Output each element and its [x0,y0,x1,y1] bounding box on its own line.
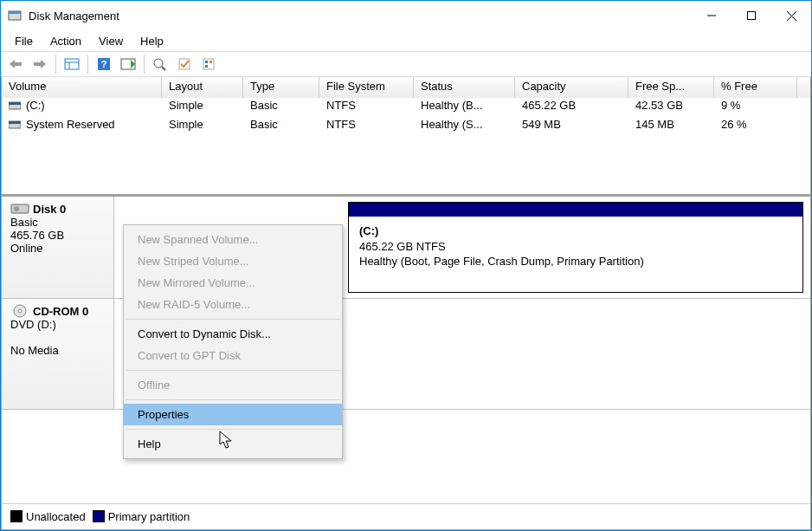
cell-fs: NTFS [319,98,414,117]
forward-button[interactable] [29,54,51,74]
partition-name: (C:) [359,224,378,237]
svg-rect-7 [34,62,41,66]
rescan-button[interactable] [149,54,171,74]
partition-size: 465.22 GB NTFS [359,240,446,253]
disk-status: Online [10,242,43,255]
close-button[interactable] [771,3,811,29]
maximize-button[interactable] [731,3,771,29]
ctx-separator [126,399,340,400]
ctx-separator [126,370,340,371]
menu-action[interactable]: Action [43,33,88,49]
minimize-button[interactable] [692,3,731,29]
svg-line-15 [162,67,165,70]
app-icon [8,9,22,23]
svg-point-14 [154,59,163,68]
swatch-primary [93,510,105,522]
titlebar: Disk Management [1,1,811,30]
show-hide-tree-button[interactable] [61,54,83,74]
volume-icon [9,100,21,111]
menu-file[interactable]: File [8,33,40,49]
cell-cap: 465.22 GB [515,98,628,117]
hard-disk-icon [10,202,29,216]
svg-rect-20 [205,65,208,68]
ctx-new-mirrored: New Mirrored Volume... [124,272,342,294]
svg-rect-22 [9,102,21,105]
menu-help[interactable]: Help [133,33,171,49]
volume-row[interactable]: (C:) Simple Basic NTFS Healthy (B... 465… [2,98,810,117]
refresh-button[interactable] [117,54,139,74]
partition-status: Healthy (Boot, Page File, Crash Dump, Pr… [359,255,644,268]
col-type[interactable]: Type [243,77,319,98]
cell-free: 145 MB [628,117,714,136]
partition-stripe [349,203,802,217]
cell-cap: 549 MB [515,117,628,136]
ctx-help[interactable]: Help [124,433,342,455]
swatch-unallocated [10,510,23,522]
menu-view[interactable]: View [92,33,130,49]
ctx-convert-dynamic[interactable]: Convert to Dynamic Disk... [124,323,342,345]
menu-bar: File Action View Help [1,30,811,51]
col-percentfree[interactable]: % Free [714,77,797,98]
back-button[interactable] [4,54,27,74]
ctx-convert-gpt: Convert to GPT Disk [124,345,342,366]
svg-rect-19 [209,61,212,63]
cell-name: (C:) [26,99,45,112]
cell-pct: 9 % [714,98,797,117]
volume-row[interactable]: System Reserved Simple Basic NTFS Health… [2,117,810,136]
cell-pct: 26 % [714,117,797,136]
ctx-new-raid5: New RAID-5 Volume... [124,294,342,315]
svg-rect-17 [203,59,214,69]
col-filesystem[interactable]: File System [319,77,414,98]
disk-label[interactable]: Disk 0 Basic 465.76 GB Online [2,197,114,298]
disk-label[interactable]: CD-ROM 0 DVD (D:) No Media [2,299,114,409]
cell-layout: Simple [162,98,243,117]
partition[interactable]: (C:) 465.22 GB NTFS Healthy (Boot, Page … [348,202,803,293]
window: Disk Management File Action View Help ? … [0,0,812,531]
volume-list-header: Volume Layout Type File System Status Ca… [2,77,810,98]
legend: Unallocated Primary partition [2,503,810,529]
disk-name: CD-ROM 0 [33,305,88,318]
ctx-separator [126,319,340,320]
partition-body: (C:) 465.22 GB NTFS Healthy (Boot, Page … [349,217,802,276]
ctx-new-spanned: New Spanned Volume... [124,229,342,250]
disk-type: Basic [10,216,38,229]
toolbar: ? [1,51,811,77]
help-button[interactable]: ? [93,54,115,74]
svg-rect-24 [9,121,21,124]
ctx-new-striped: New Striped Volume... [124,250,342,272]
cell-type: Basic [243,98,319,117]
disk-type: DVD (D:) [10,318,56,331]
svg-point-26 [14,206,19,211]
col-freespace[interactable]: Free Sp... [628,77,714,98]
volume-list[interactable]: Volume Layout Type File System Status Ca… [1,77,811,195]
svg-rect-8 [65,59,79,69]
disk-name: Disk 0 [33,203,66,216]
cell-type: Basic [243,117,319,136]
ctx-offline: Offline [124,374,342,396]
svg-rect-6 [15,62,22,66]
ctx-properties[interactable]: Properties [124,404,342,425]
optical-disk-icon [10,304,29,318]
legend-unallocated: Unallocated [26,510,86,523]
settings-top-button[interactable] [173,54,196,74]
ctx-separator [126,429,340,430]
cell-layout: Simple [162,117,243,136]
cell-free: 42.53 GB [628,98,714,117]
disk-status: No Media [10,344,59,357]
cell-name: System Reserved [26,118,115,131]
svg-text:?: ? [101,59,107,69]
svg-rect-1 [9,11,21,14]
col-status[interactable]: Status [414,77,515,98]
disk-size: 465.76 GB [10,229,64,242]
cell-status: Healthy (B... [414,98,515,117]
svg-point-28 [18,309,22,313]
settings-bottom-button[interactable] [197,54,220,74]
col-volume[interactable]: Volume [2,77,162,98]
col-capacity[interactable]: Capacity [515,77,628,98]
context-menu: New Spanned Volume... New Striped Volume… [123,224,343,459]
legend-primary: Primary partition [108,510,190,523]
svg-rect-3 [748,12,756,20]
col-layout[interactable]: Layout [162,77,243,98]
svg-rect-18 [205,61,208,63]
volume-icon [9,120,21,130]
